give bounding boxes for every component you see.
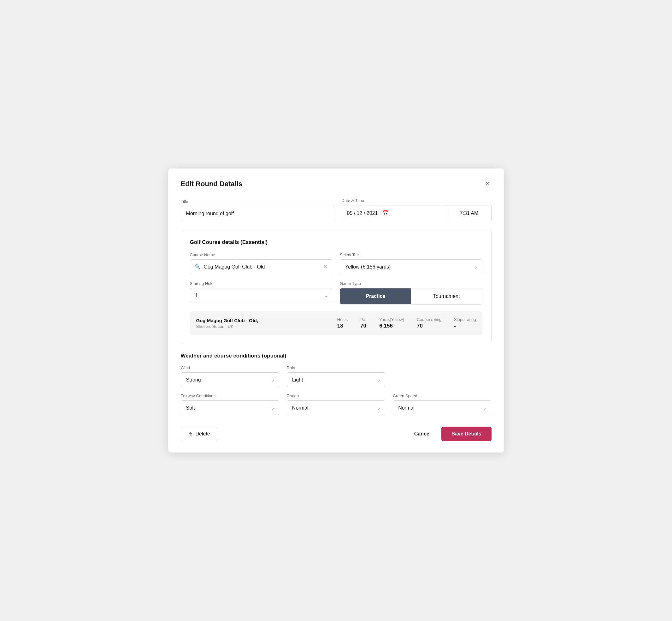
- golf-course-section: Golf Course details (Essential) Course N…: [181, 230, 492, 344]
- trash-icon: 🗑: [188, 431, 193, 437]
- holes-value: 18: [337, 323, 343, 329]
- holes-label: Holes: [337, 317, 348, 322]
- golf-section-title: Golf Course details (Essential): [190, 239, 482, 246]
- holes-stat: Holes 18: [337, 317, 348, 329]
- slope-rating-value: -: [454, 323, 456, 329]
- tournament-toggle-btn[interactable]: Tournament: [411, 288, 482, 304]
- delete-button[interactable]: 🗑 Delete: [181, 427, 217, 441]
- wind-group: Wind StrongLightNoneModerate ⌄: [181, 365, 279, 387]
- wind-dropdown[interactable]: StrongLightNoneModerate: [181, 372, 279, 387]
- course-tee-row: Course Name 🔍 ✕ Select Tee Yellow (6,156…: [190, 252, 482, 274]
- yards-label: Yards(Yellow): [379, 317, 404, 322]
- footer-right: Cancel Save Details: [411, 427, 492, 441]
- par-value: 70: [360, 323, 366, 329]
- rain-dropdown[interactable]: LightNoneHeavyModerate: [287, 372, 385, 387]
- conditions-section: Weather and course conditions (optional)…: [181, 353, 492, 415]
- top-fields: Title Date & Time 05 / 12 / 2021 📅 7:31 …: [181, 198, 492, 221]
- rain-group: Rain LightNoneHeavyModerate ⌄: [287, 365, 385, 387]
- wind-label: Wind: [181, 365, 279, 370]
- par-stat: Par 70: [360, 317, 367, 329]
- select-tee-label: Select Tee: [340, 252, 482, 257]
- green-speed-group: Green Speed NormalFastSlow ⌄: [393, 394, 491, 415]
- edit-round-modal: Edit Round Details × Title Date & Time 0…: [168, 168, 504, 453]
- slope-rating-label: Slope rating: [454, 317, 476, 322]
- datetime-field-group: Date & Time 05 / 12 / 2021 📅 7:31 AM: [342, 198, 492, 221]
- course-info-bar: Gog Magog Golf Club - Old, Shelford Bott…: [190, 312, 482, 335]
- fairway-wrap: SoftNormalHardWet ⌄: [181, 401, 279, 415]
- clear-icon[interactable]: ✕: [323, 264, 328, 270]
- course-location: Shelford Bottom, UK: [196, 324, 337, 329]
- fairway-rough-green-row: Fairway Conditions SoftNormalHardWet ⌄ R…: [181, 394, 492, 415]
- game-type-toggle: Practice Tournament: [340, 288, 482, 304]
- green-speed-dropdown[interactable]: NormalFastSlow: [393, 401, 491, 415]
- datetime-label: Date & Time: [342, 198, 492, 203]
- wind-rain-row: Wind StrongLightNoneModerate ⌄ Rain Ligh…: [181, 365, 492, 387]
- save-button[interactable]: Save Details: [442, 427, 491, 441]
- course-name-display: Gog Magog Golf Club - Old,: [196, 318, 337, 323]
- course-name-input[interactable]: [204, 264, 321, 270]
- select-tee-wrap: Yellow (6,156 yards) White (6,500 yards)…: [340, 259, 482, 274]
- starting-hole-group: Starting Hole 1234 5678 910 ⌄: [190, 281, 333, 304]
- fairway-label: Fairway Conditions: [181, 394, 279, 398]
- select-tee-group: Select Tee Yellow (6,156 yards) White (6…: [340, 252, 482, 274]
- title-field-group: Title: [181, 199, 335, 221]
- fairway-group: Fairway Conditions SoftNormalHardWet ⌄: [181, 394, 279, 415]
- date-time-group: 05 / 12 / 2021 📅 7:31 AM: [342, 205, 492, 221]
- rough-label: Rough: [287, 394, 385, 398]
- course-info-name: Gog Magog Golf Club - Old, Shelford Bott…: [196, 318, 337, 329]
- title-input[interactable]: [181, 206, 335, 221]
- course-name-label: Course Name: [190, 252, 333, 257]
- green-speed-label: Green Speed: [393, 394, 491, 398]
- course-name-group: Course Name 🔍 ✕: [190, 252, 333, 274]
- rough-dropdown[interactable]: NormalSoftHardLong: [287, 401, 385, 415]
- conditions-title: Weather and course conditions (optional): [181, 353, 492, 359]
- modal-title: Edit Round Details: [181, 180, 243, 188]
- slope-rating-stat: Slope rating -: [454, 317, 476, 329]
- wind-wrap: StrongLightNoneModerate ⌄: [181, 372, 279, 387]
- course-rating-label: Course rating: [417, 317, 442, 322]
- title-label: Title: [181, 199, 335, 204]
- fairway-dropdown[interactable]: SoftNormalHardWet: [181, 401, 279, 415]
- rain-label: Rain: [287, 365, 385, 370]
- calendar-icon: 📅: [382, 210, 389, 216]
- course-rating-stat: Course rating 70: [417, 317, 442, 329]
- starting-hole-dropdown[interactable]: 1234 5678 910: [190, 288, 333, 303]
- select-tee-dropdown[interactable]: Yellow (6,156 yards) White (6,500 yards)…: [340, 259, 482, 274]
- hole-gametype-row: Starting Hole 1234 5678 910 ⌄ Game Type …: [190, 281, 482, 304]
- starting-hole-wrap: 1234 5678 910 ⌄: [190, 288, 333, 303]
- time-value: 7:31 AM: [460, 210, 478, 216]
- rough-group: Rough NormalSoftHardLong ⌄: [287, 394, 385, 415]
- date-value: 05 / 12 / 2021: [347, 210, 378, 216]
- course-rating-value: 70: [417, 323, 423, 329]
- rain-wrap: LightNoneHeavyModerate ⌄: [287, 372, 385, 387]
- game-type-label: Game Type: [340, 281, 482, 286]
- yards-value: 6,156: [379, 323, 393, 329]
- footer-row: 🗑 Delete Cancel Save Details: [181, 424, 492, 441]
- starting-hole-label: Starting Hole: [190, 281, 333, 286]
- par-label: Par: [360, 317, 367, 322]
- modal-header: Edit Round Details ×: [181, 180, 492, 188]
- practice-toggle-btn[interactable]: Practice: [340, 288, 411, 304]
- rough-wrap: NormalSoftHardLong ⌄: [287, 401, 385, 415]
- search-icon: 🔍: [195, 264, 201, 270]
- course-stats: Holes 18 Par 70 Yards(Yellow) 6,156 Cour…: [337, 317, 476, 329]
- yards-stat: Yards(Yellow) 6,156: [379, 317, 404, 329]
- delete-label: Delete: [196, 431, 210, 437]
- time-field[interactable]: 7:31 AM: [447, 205, 492, 221]
- date-field[interactable]: 05 / 12 / 2021 📅: [342, 205, 447, 221]
- close-button[interactable]: ×: [484, 180, 492, 188]
- game-type-group: Game Type Practice Tournament: [340, 281, 482, 304]
- cancel-button[interactable]: Cancel: [411, 427, 434, 441]
- green-speed-wrap: NormalFastSlow ⌄: [393, 401, 491, 415]
- course-name-input-wrap[interactable]: 🔍 ✕: [190, 259, 333, 274]
